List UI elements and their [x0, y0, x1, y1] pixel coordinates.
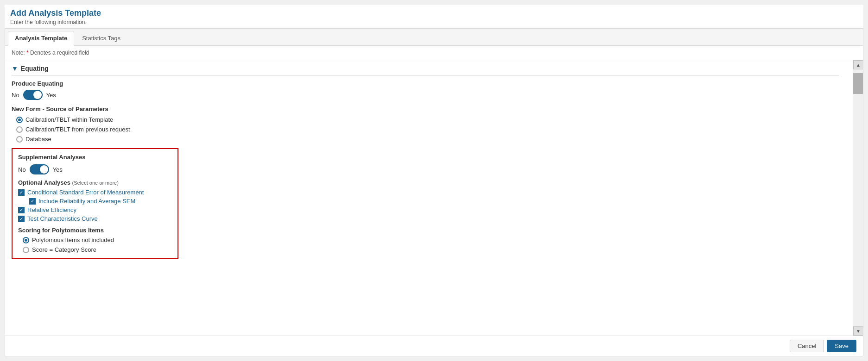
new-form-source-label: New Form - Source of Parameters [12, 106, 839, 112]
supplemental-no-label: No [18, 166, 26, 173]
radio-label-poly-not-included: Polytomous Items not included [32, 237, 114, 243]
note-suffix: Denotes a required field [29, 50, 89, 56]
scrollbar-track [853, 69, 863, 326]
produce-equating-group: Produce Equating No Yes [12, 80, 839, 100]
radio-label-category-score: Score = Category Score [32, 246, 96, 253]
checkbox-box-reliability [29, 198, 36, 205]
new-form-source-group: New Form - Source of Parameters Calibrat… [12, 106, 839, 143]
scoring-title: Scoring for Polytomous Items [18, 227, 172, 234]
radio-database[interactable]: Database [16, 136, 839, 143]
radio-circle-calibration-previous [16, 126, 23, 133]
radio-calibration-within[interactable]: Calibration/TBLT within Template [16, 116, 839, 123]
scrollbar: ▲ ▼ [853, 60, 863, 336]
toggle-knob [33, 91, 42, 99]
produce-equating-toggle-row: No Yes [12, 90, 839, 100]
supplemental-yes-label: Yes [53, 166, 63, 173]
checkbox-reliability[interactable]: Include Reliability and Average SEM [29, 198, 172, 205]
produce-equating-toggle[interactable] [23, 90, 43, 100]
radio-polytomous-not-included[interactable]: Polytomous Items not included [23, 237, 172, 243]
supplemental-analyses-toggle-row: No Yes [18, 164, 172, 174]
note-bar: Note: * Denotes a required field [5, 46, 863, 60]
page-header: Add Analysis Template Enter the followin… [5, 5, 863, 29]
supplemental-analyses-title: Supplemental Analyses [18, 154, 172, 161]
radio-circle-category-score [23, 247, 29, 253]
cancel-button[interactable]: Cancel [790, 340, 824, 352]
page-title: Add Analysis Template [10, 8, 858, 18]
checkbox-relative-efficiency[interactable]: Relative Efficiency [18, 206, 172, 213]
new-form-source-radio-group: Calibration/TBLT within Template Calibra… [16, 116, 839, 143]
checkbox-label-reliability: Include Reliability and Average SEM [38, 198, 135, 205]
tab-statistics-tags[interactable]: Statistics Tags [75, 31, 127, 45]
radio-label-calibration-within: Calibration/TBLT within Template [25, 116, 113, 123]
supplemental-analyses-toggle[interactable] [30, 164, 49, 174]
supplemental-analyses-box: Supplemental Analyses No Yes Optional An… [12, 148, 178, 259]
checkbox-csem[interactable]: Conditional Standard Error of Measuremen… [18, 189, 172, 196]
radio-label-calibration-previous: Calibration/TBLT from previous request [25, 126, 130, 133]
note-text: Note: [12, 50, 26, 56]
radio-circle-calibration-within [16, 117, 23, 123]
chevron-down-icon: ▼ [12, 65, 18, 72]
radio-label-database: Database [25, 136, 51, 143]
checkbox-label-tcc: Test Characteristics Curve [27, 215, 98, 222]
save-button[interactable]: Save [827, 340, 856, 352]
optional-analyses-title: Optional Analyses (Select one or more) [18, 179, 172, 186]
tab-analysis-template[interactable]: Analysis Template [8, 31, 74, 46]
produce-equating-no-label: No [12, 92, 19, 99]
tabs-bar: Analysis Template Statistics Tags [5, 29, 863, 46]
main-container: Analysis Template Statistics Tags Note: … [5, 29, 863, 356]
scroll-up-button[interactable]: ▲ [853, 60, 863, 69]
scroll-down-button[interactable]: ▼ [853, 326, 863, 336]
checkbox-box-tcc [18, 216, 25, 222]
outer-wrapper: Add Analysis Template Enter the followin… [0, 0, 868, 361]
footer-bar: Cancel Save [5, 336, 863, 356]
content-area: ▼ Equating Produce Equating No Yes [5, 60, 853, 336]
supplemental-toggle-knob [40, 165, 48, 174]
radio-calibration-previous[interactable]: Calibration/TBLT from previous request [16, 126, 839, 133]
checkbox-label-relative-efficiency: Relative Efficiency [27, 206, 76, 213]
radio-circle-database [16, 136, 23, 143]
radio-circle-poly-not-included [23, 237, 29, 243]
scoring-radio-group: Polytomous Items not included Score = Ca… [23, 237, 172, 253]
checkbox-tcc[interactable]: Test Characteristics Curve [18, 215, 172, 222]
optional-analyses-subtitle: (Select one or more) [72, 180, 119, 186]
page-subtitle: Enter the following information. [10, 19, 858, 25]
section-title-equating: Equating [21, 65, 49, 72]
produce-equating-label: Produce Equating [12, 80, 839, 87]
content-wrapper: ▼ Equating Produce Equating No Yes [5, 60, 863, 336]
checkbox-label-csem: Conditional Standard Error of Measuremen… [27, 189, 144, 196]
scrollbar-thumb[interactable] [853, 73, 863, 94]
section-header-equating[interactable]: ▼ Equating [12, 60, 839, 75]
produce-equating-yes-label: Yes [46, 92, 56, 99]
checkbox-box-relative-efficiency [18, 207, 25, 213]
radio-category-score[interactable]: Score = Category Score [23, 246, 172, 253]
checkbox-box-csem [18, 189, 25, 196]
